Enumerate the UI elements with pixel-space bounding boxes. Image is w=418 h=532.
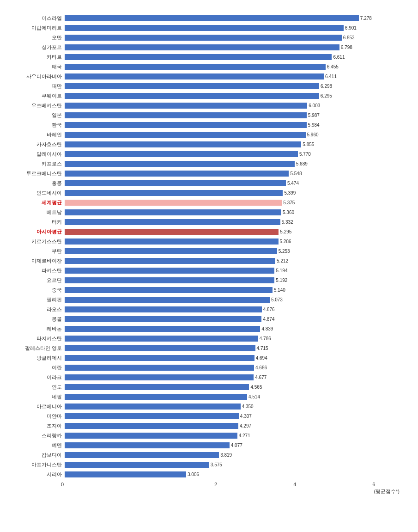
bar [65,25,344,31]
value-label: 6.455 [327,64,339,69]
value-label: 5.984 [308,122,320,128]
chart-container: 이스라엘7.278아랍에미리트6.901오만6.853싱가포르6.798카타르6… [5,9,413,514]
bar [65,316,261,322]
bar-area: 4.677 [65,374,404,380]
country-label: 카자흐스탄 [9,141,65,148]
bar-area: 5.770 [65,151,404,157]
bar [65,374,254,380]
bar-area: 6.853 [65,34,404,41]
bar-area: 4.876 [65,306,404,312]
value-label: 5.192 [276,278,287,283]
bar-area: 5.689 [65,160,404,167]
chart-row: 바레인5.960 [9,130,404,139]
x-tick: 2 [214,482,217,487]
bar-area: 5.960 [65,131,404,138]
bar-area: 5.194 [65,267,404,274]
country-label: 아랍에미리트 [9,24,65,31]
bar [65,462,209,468]
chart-row: 아랍에미리트6.901 [9,24,404,32]
country-label: 일본 [9,112,65,119]
bar [65,54,332,60]
bar-area: 5.855 [65,141,404,147]
chart-row: 필리핀5.073 [9,295,404,304]
country-label: 요르단 [9,277,65,284]
value-label: 4.686 [255,365,267,370]
bar-area: 6.455 [65,63,404,70]
bar [65,297,270,303]
bar-area: 5.360 [65,209,404,215]
value-label: 5.286 [280,239,291,244]
value-label: 6.411 [325,74,337,79]
country-label: 미얀마 [9,413,65,420]
value-label: 6.798 [341,45,352,50]
bar [65,122,307,128]
value-label: 5.253 [279,249,290,254]
bar [65,132,306,138]
bar-area: 5.984 [65,122,404,128]
bar-area: 5.332 [65,219,404,225]
country-label: 몽골 [9,316,65,323]
bar [65,83,319,89]
bar [65,35,342,41]
value-label: 6.298 [321,84,332,89]
bar-area: 5.192 [65,277,404,283]
bar-area: 5.295 [65,228,404,235]
bar-area: 6.298 [65,83,404,89]
chart-row: 이라크4.677 [9,373,404,381]
bar-area: 6.295 [65,92,404,99]
bar [65,394,247,400]
bar-area: 4.565 [65,384,404,390]
chart-row: 인도네시아5.399 [9,189,404,197]
bar-area: 5.399 [65,190,404,196]
bar [65,277,274,283]
bar [65,365,254,371]
value-label: 5.212 [277,258,288,263]
value-label: 5.960 [307,132,319,137]
country-label: 필리핀 [9,296,65,303]
chart-row: 싱가포르6.798 [9,43,404,51]
bar-area: 6.901 [65,24,404,31]
value-label: 3.575 [211,462,222,467]
chart-row: 키프로스5.689 [9,159,404,168]
bar-area: 5.987 [65,112,404,118]
country-label: 싱가포르 [9,44,65,51]
chart-row: 스리랑카4.271 [9,431,404,440]
bar-area: 4.077 [65,442,404,448]
chart-row: 아프가니스탄3.575 [9,460,404,469]
value-label: 6.901 [345,25,357,31]
bar-area: 6.411 [65,73,404,79]
country-label: 바레인 [9,131,65,138]
value-label: 5.194 [276,268,287,273]
bar [65,180,286,186]
country-label: 타지키스탄 [9,335,65,342]
bar-area: 5.253 [65,248,404,254]
chart-row: 쿠웨이트6.295 [9,92,404,100]
chart-row: 캄보디아3.819 [9,451,404,459]
bar-area: 4.694 [65,355,404,361]
value-label: 4.077 [231,443,242,448]
bar [65,103,307,109]
value-label: 4.715 [257,346,268,351]
bar-area: 4.297 [65,422,404,429]
bar [65,306,262,312]
country-label: 예멘 [9,442,65,449]
bar [65,248,277,254]
chart-row: 인도4.565 [9,383,404,391]
bar-area: 5.212 [65,257,404,264]
bar [65,413,239,419]
country-label: 한국 [9,122,65,128]
value-label: 5.140 [274,287,285,293]
bar-area: 5.073 [65,296,404,303]
value-label: 4.874 [263,317,274,322]
chart-row: 시리아3.006 [9,470,404,478]
bar [65,355,254,361]
value-label: 5.548 [290,171,302,176]
country-label: 스리랑카 [9,432,65,439]
bar [65,452,219,458]
chart-row: 우즈베키스탄6.003 [9,101,404,110]
country-label: 레바논 [9,325,65,332]
bar [65,336,258,342]
country-label: 우즈베키스탄 [9,102,65,109]
value-label: 7.278 [360,16,372,21]
chart-row: 팔레스타인 영토4.715 [9,344,404,352]
